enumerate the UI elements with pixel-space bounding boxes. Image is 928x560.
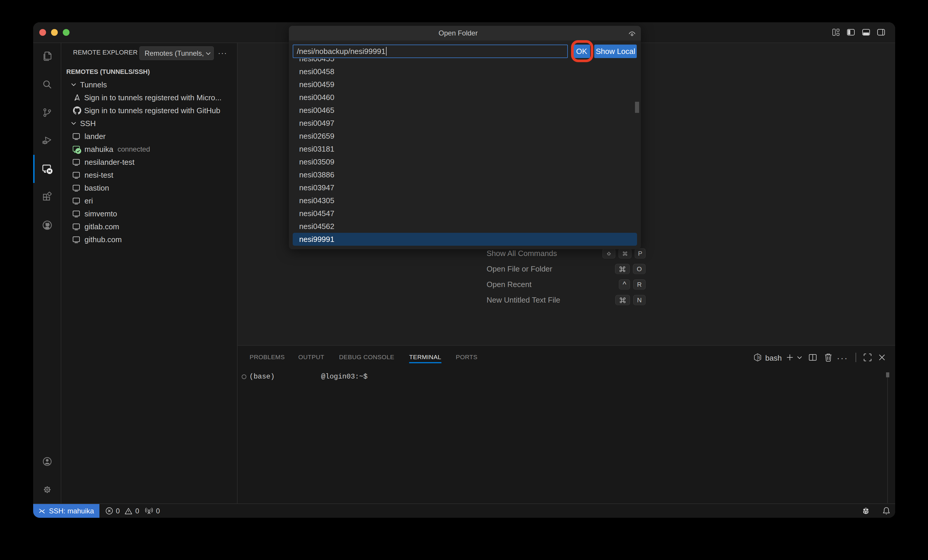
svg-text:$: $ <box>758 356 760 359</box>
